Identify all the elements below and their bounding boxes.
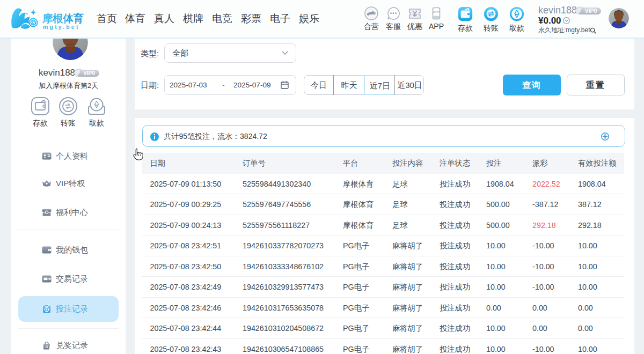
svg-text:VIP0: VIP0 (585, 8, 597, 14)
svg-text:VIP0: VIP0 (83, 70, 95, 76)
svg-text:APP: APP (433, 10, 440, 13)
